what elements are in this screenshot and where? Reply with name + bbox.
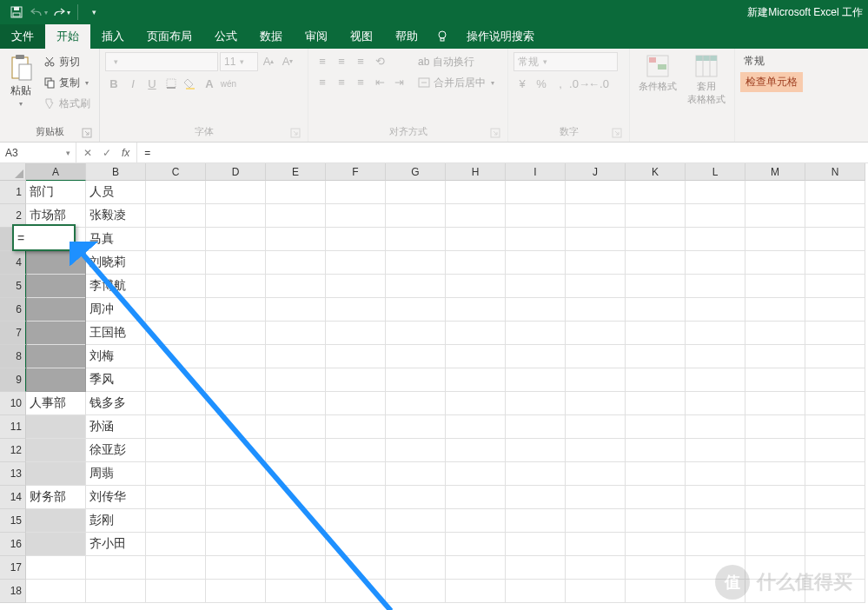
- cell-N7[interactable]: [805, 322, 865, 345]
- cell-A15[interactable]: [26, 509, 86, 533]
- cell-B3[interactable]: 马真: [86, 228, 146, 251]
- cell-F4[interactable]: [326, 251, 386, 275]
- cell-L2[interactable]: [686, 204, 745, 228]
- row-header-12[interactable]: 12: [0, 439, 26, 462]
- cell-C1[interactable]: [146, 181, 206, 204]
- cell-I1[interactable]: [506, 181, 566, 204]
- cell-N12[interactable]: [805, 439, 865, 462]
- cell-B16[interactable]: 齐小田: [86, 533, 146, 556]
- cell-K12[interactable]: [626, 439, 686, 462]
- cell-M12[interactable]: [745, 439, 805, 462]
- cell-F2[interactable]: [326, 204, 386, 228]
- cell-B4[interactable]: 刘晓莉: [86, 251, 146, 275]
- cell-H2[interactable]: [446, 204, 506, 228]
- cell-L14[interactable]: [686, 486, 745, 509]
- cancel-formula-icon[interactable]: ✕: [83, 147, 92, 159]
- cell-N11[interactable]: [805, 415, 865, 439]
- cell-M14[interactable]: [745, 486, 805, 509]
- cell-B8[interactable]: 刘梅: [86, 345, 146, 368]
- cell-E10[interactable]: [266, 392, 326, 415]
- cell-E14[interactable]: [266, 486, 326, 509]
- row-header-7[interactable]: 7: [0, 322, 26, 345]
- cell-J1[interactable]: [566, 181, 626, 204]
- cell-F1[interactable]: [326, 181, 386, 204]
- cell-G3[interactable]: [386, 228, 446, 251]
- cell-I7[interactable]: [506, 322, 566, 345]
- cell-G15[interactable]: [386, 509, 446, 533]
- cell-G16[interactable]: [386, 533, 446, 556]
- cell-D4[interactable]: [206, 251, 266, 275]
- row-header-15[interactable]: 15: [0, 509, 26, 533]
- cell-B10[interactable]: 钱多多: [86, 392, 146, 415]
- tab-formulas[interactable]: 公式: [203, 24, 248, 49]
- cell-M4[interactable]: [745, 251, 805, 275]
- cell-C2[interactable]: [146, 204, 206, 228]
- cell-E9[interactable]: [266, 368, 326, 392]
- cell-B5[interactable]: 李博航: [86, 275, 146, 298]
- cell-K3[interactable]: [626, 228, 686, 251]
- italic-button[interactable]: I: [124, 75, 142, 92]
- cell-J15[interactable]: [566, 509, 626, 533]
- cell-G5[interactable]: [386, 275, 446, 298]
- row-header-8[interactable]: 8: [0, 345, 26, 368]
- cell-D6[interactable]: [206, 298, 266, 322]
- cell-I17[interactable]: [506, 556, 566, 580]
- border-button[interactable]: [162, 75, 180, 92]
- cell-A10[interactable]: 人事部: [26, 392, 86, 415]
- font-name-combo[interactable]: [105, 52, 218, 71]
- column-header-K[interactable]: K: [626, 163, 686, 181]
- cell-A9[interactable]: [26, 368, 86, 392]
- lightbulb-icon[interactable]: [429, 24, 455, 49]
- cell-B13[interactable]: 周翡: [86, 462, 146, 486]
- cell-K17[interactable]: [626, 556, 686, 580]
- cell-H17[interactable]: [446, 556, 506, 580]
- cell-H1[interactable]: [446, 181, 506, 204]
- cell-E4[interactable]: [266, 251, 326, 275]
- decrease-indent-icon[interactable]: ⇤: [371, 73, 388, 90]
- cell-E1[interactable]: [266, 181, 326, 204]
- cell-E18[interactable]: [266, 580, 326, 603]
- cell-K14[interactable]: [626, 486, 686, 509]
- cell-C8[interactable]: [146, 345, 206, 368]
- cell-J8[interactable]: [566, 345, 626, 368]
- cell-E17[interactable]: [266, 556, 326, 580]
- cell-A16[interactable]: [26, 533, 86, 556]
- cell-E8[interactable]: [266, 345, 326, 368]
- row-header-11[interactable]: 11: [0, 415, 26, 439]
- cell-K7[interactable]: [626, 322, 686, 345]
- cell-M16[interactable]: [745, 533, 805, 556]
- cell-N8[interactable]: [805, 345, 865, 368]
- cell-B15[interactable]: 彭刚: [86, 509, 146, 533]
- cell-L5[interactable]: [686, 275, 745, 298]
- cell-I8[interactable]: [506, 345, 566, 368]
- merge-center-button[interactable]: 合并后居中▾: [414, 73, 498, 92]
- cell-J9[interactable]: [566, 368, 626, 392]
- phonetic-button[interactable]: wén: [220, 75, 237, 92]
- cell-D8[interactable]: [206, 345, 266, 368]
- cell-I16[interactable]: [506, 533, 566, 556]
- cell-F3[interactable]: [326, 228, 386, 251]
- cell-B11[interactable]: 孙涵: [86, 415, 146, 439]
- cell-J12[interactable]: [566, 439, 626, 462]
- redo-icon[interactable]: ▾: [52, 3, 71, 22]
- format-painter-button[interactable]: 格式刷: [40, 94, 94, 113]
- tell-me-search[interactable]: 操作说明搜索: [455, 24, 546, 49]
- tab-file[interactable]: 文件: [0, 24, 45, 49]
- cell-L12[interactable]: [686, 439, 745, 462]
- cell-H14[interactable]: [446, 486, 506, 509]
- bold-button[interactable]: B: [105, 75, 123, 92]
- cell-H7[interactable]: [446, 322, 506, 345]
- cell-B17[interactable]: [86, 556, 146, 580]
- increase-indent-icon[interactable]: ⇥: [390, 73, 407, 90]
- cell-N1[interactable]: [805, 181, 865, 204]
- cell-E15[interactable]: [266, 509, 326, 533]
- cell-F10[interactable]: [326, 392, 386, 415]
- cell-B14[interactable]: 刘传华: [86, 486, 146, 509]
- cell-B2[interactable]: 张毅凌: [86, 204, 146, 228]
- cell-A6[interactable]: [26, 298, 86, 322]
- align-right-icon[interactable]: ≡: [352, 73, 369, 90]
- cell-N9[interactable]: [805, 368, 865, 392]
- column-header-B[interactable]: B: [86, 163, 146, 181]
- paste-button[interactable]: 粘贴 ▾: [5, 52, 36, 109]
- cell-N2[interactable]: [805, 204, 865, 228]
